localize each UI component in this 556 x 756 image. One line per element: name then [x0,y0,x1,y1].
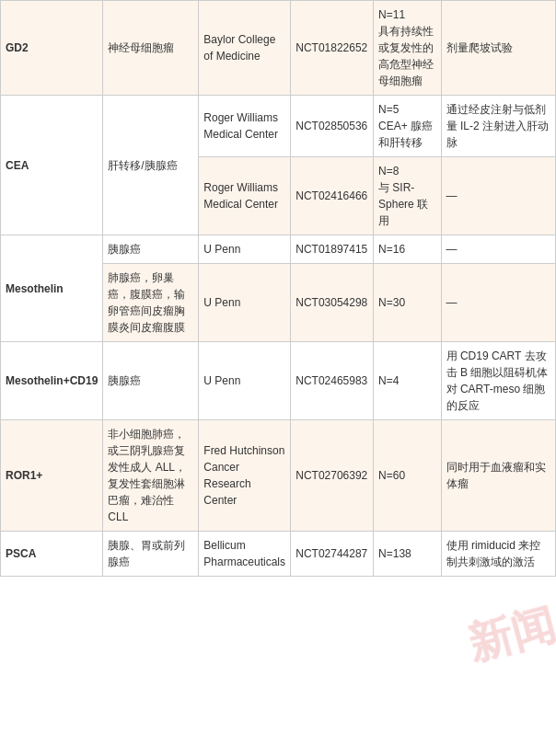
disease-cell: 胰腺、胃或前列腺癌 [103,532,199,577]
note-cell: — [441,264,555,342]
institute-cell: Baylor College of Medicine [199,1,291,96]
disease-cell: 肺腺癌，卵巢癌，腹膜癌，输卵管癌间皮瘤胸膜炎间皮瘤腹膜 [103,264,199,342]
target-cell: ROR1+ [1,420,103,532]
note-cell: 剂量爬坡试验 [441,1,555,96]
nct-cell: NCT02465983 [291,342,374,420]
nct-cell: NCT02850536 [291,96,374,157]
institute-cell: Fred Hutchinson Cancer Research Center [199,420,291,532]
n-cell: N=4 [374,342,442,420]
note-cell: 通过经皮注射与低剂量 IL-2 注射进入肝动脉 [441,96,555,157]
disease-cell: 神经母细胞瘤 [103,1,199,96]
target-cell: CEA [1,96,103,235]
nct-cell: NCT02706392 [291,420,374,532]
nct-cell: NCT02416466 [291,157,374,235]
note-cell: — [441,235,555,264]
main-table: GD2神经母细胞瘤Baylor College of MedicineNCT01… [0,0,556,577]
note-cell: 同时用于血液瘤和实体瘤 [441,420,555,532]
n-cell: N=11 具有持续性或复发性的高危型神经母细胞瘤 [374,1,442,96]
institute-cell: Roger Williams Medical Center [199,157,291,235]
institute-cell: U Penn [199,342,291,420]
nct-cell: NCT01822652 [291,1,374,96]
note-cell: — [441,157,555,235]
n-cell: N=60 [374,420,442,532]
target-cell: PSCA [1,532,103,577]
nct-cell: NCT02744287 [291,532,374,577]
disease-cell: 非小细胞肺癌，或三阴乳腺癌复发性成人 ALL，复发性套细胞淋巴瘤，难治性 CLL [103,420,199,532]
disease-cell: 肝转移/胰腺癌 [103,96,199,235]
n-cell: N=5 CEA+ 腺癌和肝转移 [374,96,442,157]
n-cell: N=30 [374,264,442,342]
institute-cell: Bellicum Pharmaceuticals [199,532,291,577]
n-cell: N=8 与 SIR-Sphere 联用 [374,157,442,235]
note-cell: 用 CD19 CART 去攻击 B 细胞以阻碍机体对 CART-meso 细胞的… [441,342,555,420]
nct-cell: NCT03054298 [291,264,374,342]
institute-cell: U Penn [199,264,291,342]
n-cell: N=16 [374,235,442,264]
disease-cell: 胰腺癌 [103,235,199,264]
note-cell: 使用 rimiducid 来控制共刺激域的激活 [441,532,555,577]
disease-cell: 胰腺癌 [103,342,199,420]
nct-cell: NCT01897415 [291,235,374,264]
target-cell: GD2 [1,1,103,96]
n-cell: N=138 [374,532,442,577]
institute-cell: U Penn [199,235,291,264]
institute-cell: Roger Williams Medical Center [199,96,291,157]
target-cell: Mesothelin+CD19 [1,342,103,420]
target-cell: Mesothelin [1,235,103,342]
